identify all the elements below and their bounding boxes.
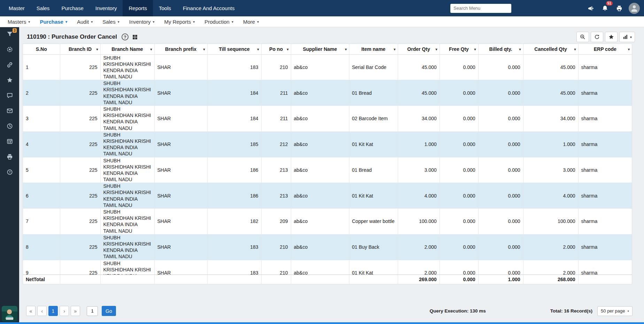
column-filter-caret[interactable]: ▾ [574,47,576,51]
star-icon[interactable] [6,77,13,84]
column-filter-caret[interactable]: ▾ [96,47,98,51]
topnav-item-reports[interactable]: Reports [123,0,153,16]
search-input[interactable] [450,4,511,13]
column-header-branch-id: Branch ID▾ [60,44,100,54]
page-1-button[interactable]: 1 [48,306,58,316]
cell-till-sequence: 183 [207,234,261,260]
subnav-item-masters[interactable]: Masters▾ [3,19,35,25]
cell-branch-prefix: SHAR [154,234,207,260]
announcement-icon[interactable] [586,4,595,13]
printer-icon[interactable] [6,153,13,160]
cell-branch-name: SHUBH KRISHIDHAN KRISHI KENDRA INDIA TAM… [100,209,154,234]
subnav-item-inventory[interactable]: Inventory▾ [124,19,160,25]
page-number-input[interactable] [87,306,98,316]
filter-icon[interactable]: 3 [6,31,13,38]
bell-icon[interactable]: 51 [600,4,610,13]
column-filter-caret[interactable]: ▾ [435,47,437,51]
table-body-viewport: 1225SHUBH KRISHIDHAN KRISHI KENDRA INDIA… [23,55,632,275]
cell-supplier-name: ab&co [291,106,349,132]
chevron-down-icon: ▾ [118,20,119,24]
column-filter-caret[interactable]: ▾ [150,47,152,51]
net-total-cell [349,275,398,284]
cell-free-qty: 0.000 [440,55,478,80]
subnav-item-audit[interactable]: Audit▾ [72,19,98,25]
grid-icon[interactable] [132,34,138,40]
cell-item-name: 01 Kit Kat [349,260,398,275]
topnav-item-finance-and-accounts[interactable]: Finance And Accounts [177,0,240,16]
cell-supplier-name: ab&co [291,131,349,157]
subnav-item-more[interactable]: More▾ [238,19,264,25]
last-page-button[interactable]: » [71,306,80,316]
cell-till-sequence: 183 [207,55,261,80]
net-total-billed-qty: 1.000 [478,275,523,284]
mail-icon[interactable] [6,107,13,114]
cell-item-name: 01 Kit Kat [349,131,398,157]
column-label: Billed qty. [489,46,512,52]
column-filter-caret[interactable]: ▾ [628,47,630,51]
chevron-down-icon: ▾ [232,20,233,24]
profile-photo[interactable] [2,306,17,322]
zoom-button[interactable] [576,32,589,42]
subnav-item-purchase[interactable]: Purchase▾ [35,19,72,25]
help-icon[interactable]: ? [6,169,13,176]
cell-branch-name: SHUBH KRISHIDHAN KRISHI KENDRA INDIA TAM… [100,260,154,275]
table-row-7: 7225SHUBH KRISHIDHAN KRISHI KENDRA INDIA… [23,209,632,234]
first-page-button[interactable]: « [26,306,36,316]
cell-branch-name: SHUBH KRISHIDHAN KRISHI KENDRA INDIA TAM… [100,157,154,183]
column-header-billed-qty: Billed qty.▾ [478,44,523,54]
topnav-item-inventory[interactable]: Inventory [90,0,123,16]
column-filter-caret[interactable]: ▾ [203,47,205,51]
subnav-item-my-reports[interactable]: My Reports▾ [159,19,200,25]
topnav-item-master[interactable]: Master [3,0,31,16]
prev-page-button[interactable]: ‹ [37,306,47,316]
top-navbar: MasterSalesPurchaseInventoryReportsTools… [0,0,644,16]
table-row-5: 5225SHUBH KRISHIDHAN KRISHI KENDRA INDIA… [23,157,632,183]
column-filter-caret[interactable]: ▾ [519,47,521,51]
notification-badge: 51 [606,1,613,6]
cell-s-no: 1 [23,55,60,80]
favorite-button[interactable] [605,32,618,42]
link-icon[interactable] [6,61,13,68]
column-header-supplier-name: Supplier Name▾ [291,44,349,54]
cell-free-qty: 0.000 [440,260,478,275]
cell-po-no: 211 [261,80,291,106]
report-header: 110190 : Purchase Order Cancel ? ▾ [27,31,635,43]
column-filter-caret[interactable]: ▾ [474,47,476,51]
per-page-select[interactable]: 50 per page ▾ [597,306,633,316]
cell-supplier-name: ab&co [291,55,349,80]
message-icon[interactable] [6,92,13,99]
subnav-item-sales[interactable]: Sales▾ [98,19,124,25]
refresh-button[interactable] [591,32,603,42]
column-header-free-qty: Free Qty▾ [440,44,478,54]
table-header: S.NoBranch ID▾Branch Name▾Branch prefix▾… [23,44,632,55]
cell-till-sequence: 186 [207,157,261,183]
cell-free-qty: 0.000 [440,234,478,260]
column-filter-caret[interactable]: ▾ [345,47,347,51]
topnav-item-tools[interactable]: Tools [153,0,177,16]
subnav-item-production[interactable]: Production▾ [200,19,238,25]
next-page-button[interactable]: › [60,306,69,316]
gear-icon[interactable] [6,46,13,53]
cell-cancelled-qty: 2.000 [523,234,578,260]
column-filter-caret[interactable]: ▾ [257,47,259,51]
sidebar: 3 ? [0,27,19,324]
net-total-cell [578,275,632,284]
cell-cancelled-qty: 3.000 [523,157,578,183]
help-icon[interactable]: ? [122,33,129,40]
column-label: Order Qty [407,46,430,52]
cell-billed-qty: 0.000 [478,131,523,157]
cell-supplier-name: ab&co [291,80,349,106]
user-avatar[interactable] [629,3,640,14]
column-filter-caret[interactable]: ▾ [394,47,395,51]
net-total-cell [154,275,207,284]
report-icon[interactable] [6,138,13,145]
chart-button[interactable]: ▾ [619,32,635,42]
topnav-item-sales[interactable]: Sales [31,0,56,16]
column-header-po-no: Po no▾ [261,44,291,54]
clock-icon[interactable] [6,123,13,130]
printer-icon[interactable] [615,4,624,13]
column-filter-caret[interactable]: ▾ [287,47,288,51]
topnav-item-purchase[interactable]: Purchase [55,0,89,16]
go-button[interactable]: Go [102,306,116,316]
cell-cancelled-qty: 4.000 [523,183,578,209]
